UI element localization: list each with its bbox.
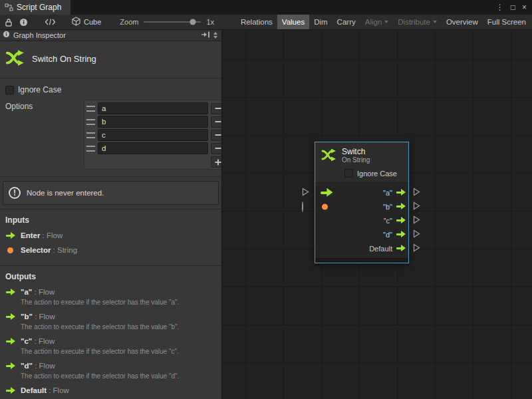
output-port-d: "d" : Flow The action to execute if the …: [0, 361, 221, 380]
remove-option-button[interactable]: [211, 103, 222, 114]
flow-arrow-icon: [5, 362, 15, 370]
zoom-label: Zoom: [120, 18, 138, 26]
inspector-title: Graph Inspector: [13, 31, 198, 39]
switch-on-string-node[interactable]: Switch On String Ignore Case "a": [315, 142, 409, 263]
enter-port-icon[interactable]: [302, 188, 309, 198]
relations-button[interactable]: Relations: [236, 15, 277, 29]
output-port-default: Default : Flow: [0, 386, 221, 395]
chevron-down-icon: [384, 21, 388, 23]
tab-label: Script Graph: [17, 3, 61, 12]
tab-script-graph[interactable]: Script Graph: [0, 0, 70, 15]
inputs-section: Inputs Enter : Flow Selector : String: [0, 209, 221, 266]
close-icon[interactable]: ×: [522, 3, 527, 11]
warning-section: ! Node is never entered.: [0, 177, 221, 209]
option-input[interactable]: [98, 116, 208, 128]
warning-text: Node is never entered.: [27, 189, 104, 197]
graph-canvas[interactable]: Switch On String Ignore Case "a": [222, 30, 532, 399]
window-menu-icon[interactable]: ⋮: [496, 3, 504, 11]
port-description: The action to execute if the selector ha…: [21, 323, 216, 331]
lock-icon: [5, 18, 13, 27]
code-icon: [45, 18, 56, 26]
option-input[interactable]: [98, 142, 208, 154]
chevron-down-icon: [433, 21, 437, 23]
port-row-a: "a": [315, 186, 408, 200]
flow-arrow-icon[interactable]: [396, 217, 406, 224]
carry-button[interactable]: Carry: [332, 15, 360, 29]
selector-port-icon[interactable]: [302, 202, 303, 211]
code-view-button[interactable]: [43, 15, 57, 29]
node-header[interactable]: Switch On String: [315, 142, 408, 166]
port-row-d: "d": [315, 227, 408, 241]
ignore-case-checkbox[interactable]: [344, 169, 353, 178]
zoom-slider-knob[interactable]: [190, 19, 196, 25]
option-row: [86, 129, 222, 141]
target-label: Cube: [84, 18, 101, 26]
overview-button[interactable]: Overview: [442, 15, 483, 29]
port-row-b: "b": [315, 200, 408, 213]
drag-handle-icon[interactable]: [86, 106, 95, 112]
zoom-value: 1x: [206, 18, 214, 26]
zoom-slider[interactable]: [144, 21, 201, 23]
output-port-icon[interactable]: [413, 229, 420, 240]
graph-inspector-header: Graph Inspector: [0, 30, 221, 41]
flow-arrow-icon: [5, 338, 15, 345]
drag-handle-icon[interactable]: [86, 132, 95, 138]
enter-flow-arrow-icon[interactable]: [320, 188, 333, 197]
values-button[interactable]: Values: [277, 15, 309, 29]
remove-option-button[interactable]: [211, 116, 222, 128]
dim-button[interactable]: Dim: [309, 15, 332, 29]
info-button[interactable]: [16, 15, 31, 29]
input-port-selector: Selector : String: [5, 245, 216, 255]
output-port-a: "a" : Flow The action to execute if the …: [0, 287, 221, 306]
flow-arrow-icon[interactable]: [396, 189, 406, 196]
ignore-case-checkbox[interactable]: [5, 86, 14, 94]
align-button[interactable]: Align: [360, 15, 394, 29]
node-ignore-case-row: Ignore Case: [315, 166, 408, 182]
toolbar-buttons: Relations Values Dim Carry Align Distrib…: [236, 15, 531, 29]
scroll-up-icon[interactable]: [213, 32, 217, 35]
output-port-c: "c" : Flow The action to execute if the …: [0, 336, 221, 355]
option-input[interactable]: [98, 102, 208, 114]
option-input[interactable]: [98, 129, 208, 141]
panel-scroll-arrows[interactable]: [213, 32, 219, 39]
port-type: : String: [51, 246, 77, 254]
output-port-icon[interactable]: [413, 243, 420, 254]
node-subtitle: On String: [342, 156, 370, 164]
flow-arrow-icon[interactable]: [396, 245, 406, 252]
full-screen-button[interactable]: Full Screen: [483, 15, 531, 29]
node-ports: "a" "b" "c" "d": [315, 182, 408, 258]
switch-unit-icon: [4, 48, 25, 70]
flow-arrow-icon[interactable]: [396, 203, 406, 210]
port-row-default: Default: [315, 241, 408, 255]
remove-option-button[interactable]: [211, 143, 222, 154]
output-port-icon[interactable]: [413, 215, 420, 226]
remove-option-button[interactable]: [211, 130, 222, 141]
inputs-header: Inputs: [5, 215, 216, 225]
port-description: The action to execute if the selector ha…: [21, 372, 216, 380]
port-label: "c": [384, 217, 392, 225]
port-description: The action to execute if the selector ha…: [21, 299, 216, 306]
scroll-down-icon[interactable]: [213, 36, 217, 39]
options-list: [84, 100, 222, 170]
drag-handle-icon[interactable]: [86, 119, 95, 125]
add-option-button[interactable]: [211, 156, 222, 168]
outputs-header: Outputs: [5, 272, 216, 281]
distribute-button[interactable]: Distribute: [393, 15, 442, 29]
info-icon: [3, 31, 10, 40]
port-label: "d": [383, 231, 392, 239]
warning-box: ! Node is never entered.: [3, 181, 219, 205]
port-description: The action to execute if the selector ha…: [21, 348, 216, 355]
option-row: [86, 102, 222, 114]
dock-panel-icon[interactable]: [201, 31, 210, 41]
flow-arrow-icon: [5, 232, 15, 239]
output-port-icon[interactable]: [413, 201, 420, 212]
selector-string-icon[interactable]: [322, 203, 328, 209]
output-port-icon[interactable]: [413, 188, 420, 198]
graph-target[interactable]: Cube: [72, 17, 101, 27]
maximize-icon[interactable]: □: [511, 3, 515, 11]
flow-arrow-icon[interactable]: [396, 231, 406, 238]
unit-title-row: Switch On String: [0, 41, 221, 78]
drag-handle-icon[interactable]: [86, 146, 95, 152]
outputs-section: Outputs "a" : Flow The action to execute…: [0, 266, 221, 399]
lock-button[interactable]: [1, 15, 16, 29]
